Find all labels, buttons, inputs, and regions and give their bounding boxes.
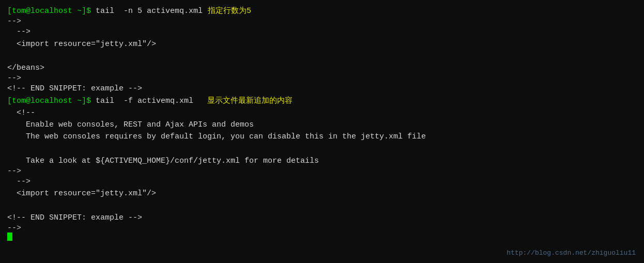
terminal-window: [tom@localhost ~]$ tail -n 5 activemq.xm… (0, 0, 644, 263)
annotation-2: 显示文件最新追加的内容 (193, 95, 293, 107)
output-text-8: Enable web consoles, REST and Ajax APIs … (26, 119, 254, 131)
output-text-5: <!-- END SNIPPET: example --> (7, 83, 142, 95)
cursor-line (7, 233, 637, 241)
prompt-2: [tom@localhost ~]$ (7, 95, 96, 107)
output-text-3: <import resource="jetty.xml"/> (17, 38, 156, 50)
output-text-2: --> (17, 26, 30, 38)
output-line-8: Enable web consoles, REST and Ajax APIs … (7, 119, 637, 131)
watermark: http://blog.csdn.net/zhiguoliu11 (507, 249, 636, 257)
command-1: tail -n 5 activemq.xml (96, 5, 203, 17)
command-line-1: [tom@localhost ~]$ tail -n 5 activemq.xm… (7, 5, 637, 17)
output-text-11: --> (17, 176, 30, 188)
terminal-cursor (7, 233, 12, 241)
output-text-7: <!-- (17, 107, 35, 119)
output-line-5: <!-- END SNIPPET: example --> (7, 83, 637, 95)
output-line-9: The web consoles requires by default log… (7, 131, 637, 143)
output-text-13: <!-- END SNIPPET: example --> (7, 212, 142, 224)
blank-line-3 (7, 200, 637, 212)
output-line-7: <!-- (7, 107, 637, 119)
output-line-2: --> (7, 26, 637, 38)
annotation-1: 指定行数为5 (208, 5, 251, 17)
blank-line-1 (7, 50, 637, 62)
command-2: tail -f activemq.xml (96, 95, 193, 107)
blank-line-2 (7, 143, 637, 155)
output-line-12: <import resource="jetty.xml"/> (7, 188, 637, 199)
output-text-9: The web consoles requires by default log… (26, 131, 426, 143)
output-line-11: --> (7, 176, 637, 188)
output-line-4: </beans> (7, 62, 637, 74)
output-text-10: Take a look at ${ACTIVEMQ_HOME}/conf/jet… (26, 155, 319, 167)
output-line-13: <!-- END SNIPPET: example --> (7, 212, 637, 224)
output-text-12: <import resource="jetty.xml"/> (17, 188, 156, 199)
command-line-2: [tom@localhost ~]$ tail -f activemq.xml … (7, 95, 637, 107)
output-text-4: </beans> (7, 62, 44, 74)
output-line-3: <import resource="jetty.xml"/> (7, 38, 637, 50)
output-line-10: Take a look at ${ACTIVEMQ_HOME}/conf/jet… (7, 155, 637, 167)
prompt-1: [tom@localhost ~]$ (7, 5, 96, 17)
